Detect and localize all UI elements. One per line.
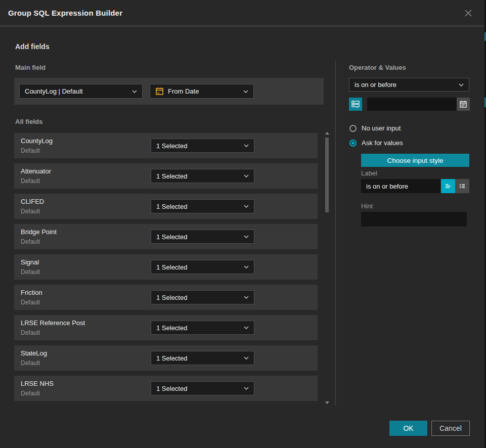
field-values-select-value: 1 Selected bbox=[156, 172, 187, 180]
field-values-select-value: 1 Selected bbox=[156, 385, 187, 392]
chevron-down-icon bbox=[244, 235, 249, 238]
ok-button[interactable]: OK bbox=[389, 421, 427, 436]
scrollbar-down-arrow-icon[interactable] bbox=[325, 401, 329, 404]
date-picker-button[interactable] bbox=[457, 98, 470, 111]
radio-label: No user input bbox=[362, 124, 401, 132]
group-sql-expression-builder-dialog: Group SQL Expression Builder Add fields … bbox=[0, 0, 484, 448]
chevron-down-icon bbox=[459, 83, 464, 86]
chevron-down-icon bbox=[132, 90, 137, 93]
hint-input[interactable] bbox=[361, 212, 467, 227]
chevron-down-icon bbox=[244, 205, 249, 208]
field-subtitle: Default bbox=[21, 390, 40, 397]
field-subtitle: Default bbox=[21, 299, 40, 306]
single-value-style-button[interactable] bbox=[441, 179, 455, 193]
field-values-select-value: 1 Selected bbox=[156, 354, 187, 362]
field-subtitle: Default bbox=[21, 329, 40, 336]
operator-select[interactable]: is on or before bbox=[349, 78, 469, 92]
input-style-toggle-group bbox=[441, 179, 469, 193]
field-row: CountyLog Default 1 Selected bbox=[14, 133, 318, 158]
field-row: Attenuator Default 1 Selected bbox=[14, 163, 318, 189]
cancel-button[interactable]: Cancel bbox=[431, 421, 470, 436]
dialog-title: Group SQL Expression Builder bbox=[8, 9, 122, 17]
main-field-heading: Main field bbox=[15, 64, 46, 71]
field-values-select-value: 1 Selected bbox=[156, 324, 187, 332]
radio-ask-for-values[interactable]: Ask for values bbox=[349, 139, 403, 147]
field-row: LRSE Reference Post Default 1 Selected bbox=[14, 315, 318, 340]
field-row: Bridge Point Default 1 Selected bbox=[14, 224, 318, 249]
scrollbar-up-arrow-icon[interactable] bbox=[325, 132, 329, 135]
field-values-select[interactable]: 1 Selected bbox=[151, 321, 254, 335]
field-name: LRSE Reference Post bbox=[21, 319, 85, 327]
stacked-values-icon bbox=[351, 100, 360, 108]
chevron-down-icon bbox=[244, 144, 249, 147]
radio-circle-icon bbox=[349, 140, 357, 147]
chevron-down-icon bbox=[244, 296, 249, 299]
close-icon[interactable] bbox=[463, 8, 473, 18]
field-values-select[interactable]: 1 Selected bbox=[151, 139, 254, 153]
chevron-down-icon bbox=[244, 387, 249, 390]
calendar-icon bbox=[155, 87, 164, 96]
calendar-icon bbox=[459, 100, 467, 108]
chevron-down-icon bbox=[244, 174, 249, 177]
field-values-select-value: 1 Selected bbox=[156, 203, 187, 210]
field-row: StateLog Default 1 Selected bbox=[14, 345, 318, 371]
chevron-down-icon bbox=[244, 326, 249, 329]
radio-circle-icon bbox=[349, 125, 357, 132]
chevron-down-icon bbox=[244, 265, 249, 268]
field-row: Friction Default 1 Selected bbox=[14, 285, 318, 310]
field-name: StateLog bbox=[21, 349, 47, 357]
column-divider bbox=[335, 61, 336, 406]
list-style-button[interactable] bbox=[455, 179, 469, 193]
field-name: CountyLog bbox=[21, 137, 53, 145]
field-values-select-value: 1 Selected bbox=[156, 142, 187, 150]
operator-select-value: is on or before bbox=[355, 81, 396, 88]
field-values-select-value: 1 Selected bbox=[156, 233, 187, 241]
date-field-select-value: From Date bbox=[168, 87, 199, 95]
choose-input-style-button[interactable]: Choose input style bbox=[361, 154, 469, 167]
label-input[interactable] bbox=[361, 179, 440, 193]
operator-values-heading: Operator & Values bbox=[349, 64, 406, 71]
field-name: Bridge Point bbox=[21, 228, 57, 236]
field-name: LRSE NHS bbox=[21, 380, 54, 387]
field-row: CLIFED Default 1 Selected bbox=[14, 194, 318, 219]
field-values-select[interactable]: 1 Selected bbox=[151, 260, 254, 274]
field-values-select[interactable]: 1 Selected bbox=[151, 169, 254, 183]
list-icon bbox=[458, 182, 466, 190]
all-fields-list: CountyLog Default 1 Selected Attenuator … bbox=[14, 133, 318, 406]
add-fields-heading: Add fields bbox=[15, 42, 50, 51]
field-name: Signal bbox=[21, 258, 39, 266]
radio-label: Ask for values bbox=[362, 139, 403, 147]
field-name: Friction bbox=[21, 289, 42, 296]
choose-from-list-button[interactable] bbox=[349, 98, 362, 111]
field-values-select[interactable]: 1 Selected bbox=[151, 199, 254, 213]
all-fields-heading: All fields bbox=[15, 118, 42, 125]
field-name: CLIFED bbox=[21, 198, 44, 205]
field-subtitle: Default bbox=[21, 208, 40, 215]
field-subtitle: Default bbox=[21, 147, 40, 154]
align-left-icon bbox=[444, 182, 452, 190]
field-row: LRSE NHS Default 1 Selected bbox=[14, 376, 318, 401]
field-values-select-value: 1 Selected bbox=[156, 263, 187, 271]
field-values-select[interactable]: 1 Selected bbox=[151, 290, 254, 304]
field-values-select[interactable]: 1 Selected bbox=[151, 351, 254, 365]
value-input[interactable] bbox=[367, 98, 457, 111]
chevron-down-icon bbox=[243, 90, 248, 93]
main-field-dataset-select[interactable]: CountyLog | Default bbox=[19, 84, 143, 99]
dialog-titlebar: Group SQL Expression Builder bbox=[0, 0, 484, 26]
radio-no-user-input[interactable]: No user input bbox=[349, 124, 401, 132]
field-list-scrollbar[interactable] bbox=[324, 131, 329, 405]
field-values-select[interactable]: 1 Selected bbox=[151, 381, 254, 395]
dataset-select-value: CountyLog | Default bbox=[25, 87, 83, 95]
field-values-select[interactable]: 1 Selected bbox=[151, 230, 254, 244]
field-values-select-value: 1 Selected bbox=[156, 294, 187, 301]
field-subtitle: Default bbox=[21, 177, 40, 185]
label-field-label: Label bbox=[361, 169, 377, 177]
main-field-date-select[interactable]: From Date bbox=[150, 84, 254, 99]
chevron-down-icon bbox=[244, 356, 249, 360]
hint-field-label: Hint bbox=[361, 202, 373, 210]
field-row: Signal Default 1 Selected bbox=[14, 254, 318, 280]
field-subtitle: Default bbox=[21, 268, 40, 276]
field-subtitle: Default bbox=[21, 360, 40, 367]
scrollbar-thumb[interactable] bbox=[325, 138, 329, 212]
field-name: Attenuator bbox=[21, 167, 51, 175]
